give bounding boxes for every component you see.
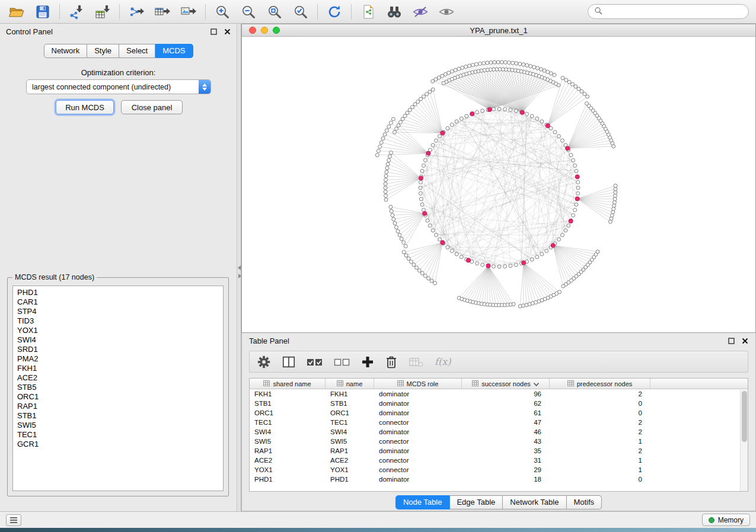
criterion-value: largest connected component (undirected): [27, 83, 199, 91]
mcds-result-item[interactable]: RAP1: [17, 402, 223, 411]
zoom-selected-button[interactable]: [291, 3, 310, 21]
close-panel-icon[interactable]: [224, 28, 231, 35]
search-box[interactable]: [588, 4, 749, 19]
tab-motifs[interactable]: Motifs: [566, 495, 602, 509]
select-all-columns-button[interactable]: [307, 355, 323, 369]
export-network-button[interactable]: [127, 3, 146, 21]
table-grid-icon: [337, 380, 343, 387]
zoom-in-button[interactable]: [213, 3, 232, 21]
column-header-label: shared name: [273, 380, 311, 387]
show-details-button[interactable]: [437, 3, 456, 21]
column-header-shared-name[interactable]: shared name: [250, 379, 326, 389]
open-file-button[interactable]: [7, 3, 26, 21]
maximize-window-icon[interactable]: [273, 27, 280, 34]
float-panel-icon[interactable]: [210, 28, 217, 35]
table-row[interactable]: ORC1ORC1dominator610: [250, 408, 748, 418]
table-row[interactable]: ACE2ACE2connector311: [250, 456, 748, 465]
mcds-result-title: MCDS result (17 nodes): [12, 273, 97, 281]
criterion-dropdown[interactable]: largest connected component (undirected): [26, 79, 211, 94]
column-header-label: name: [346, 380, 363, 387]
column-header-name[interactable]: name: [326, 379, 374, 389]
table-cell: 0: [550, 408, 650, 418]
mcds-result-item[interactable]: TID3: [17, 316, 223, 326]
tab-mcds[interactable]: MCDS: [155, 44, 193, 58]
vertical-splitter[interactable]: [237, 24, 241, 511]
network-titlebar[interactable]: YPA_prune.txt_1: [242, 24, 755, 37]
column-header-MCDS-role[interactable]: MCDS role: [374, 379, 462, 389]
table-row[interactable]: SWI5SWI5connector431: [250, 437, 748, 446]
table-row[interactable]: RAP1RAP1dominator352: [250, 446, 748, 456]
mcds-result-item[interactable]: SWI5: [17, 421, 223, 430]
close-table-panel-icon[interactable]: [742, 338, 748, 344]
table-cell: 47: [462, 418, 550, 427]
search-input[interactable]: [606, 8, 742, 16]
mcds-result-item[interactable]: FKH1: [17, 364, 223, 373]
memory-button[interactable]: Memory: [702, 514, 750, 526]
zoom-fit-button[interactable]: [265, 3, 284, 21]
mcds-result-item[interactable]: SRD1: [17, 345, 223, 354]
table-scrollbar[interactable]: [740, 390, 748, 491]
show-columns-button[interactable]: [282, 355, 296, 369]
mcds-result-item[interactable]: CAR1: [17, 297, 223, 307]
share-document-button[interactable]: [359, 3, 378, 21]
mcds-result-item[interactable]: YOX1: [17, 326, 223, 335]
mcds-result-item[interactable]: PHD1: [17, 288, 223, 297]
close-window-icon[interactable]: [249, 27, 256, 34]
deselect-all-columns-button[interactable]: [334, 355, 350, 369]
mcds-result-item[interactable]: SWI4: [17, 335, 223, 345]
tab-edge-table[interactable]: Edge Table: [449, 495, 503, 509]
status-bar: Memory: [0, 511, 756, 528]
table-row[interactable]: TEC1TEC1connector472: [250, 418, 748, 427]
table-row[interactable]: STB1STB1dominator620: [250, 399, 748, 408]
mcds-result-item[interactable]: ORC1: [17, 392, 223, 402]
mcds-result-item[interactable]: STB5: [17, 383, 223, 392]
hide-details-button[interactable]: [411, 3, 430, 21]
mcds-result-item[interactable]: STB1: [17, 411, 223, 421]
workspace: YPA_prune.txt_1 Table Panel: [241, 24, 756, 511]
delete-column-button[interactable]: [385, 355, 398, 369]
mcds-result-item[interactable]: TEC1: [17, 430, 223, 440]
column-header-predecessor-nodes[interactable]: predecessor nodes: [550, 379, 650, 389]
table-body: FKH1FKH1dominator962STB1STB1dominator620…: [250, 389, 748, 484]
table-row[interactable]: FKH1FKH1dominator962: [250, 389, 748, 399]
collapse-left-icon[interactable]: [238, 265, 241, 270]
function-builder-icon[interactable]: f(x): [435, 356, 451, 367]
tab-style[interactable]: Style: [87, 44, 119, 58]
zoom-out-icon: [241, 4, 256, 20]
column-header-successor-nodes[interactable]: successor nodes: [462, 379, 550, 389]
float-table-panel-icon[interactable]: [728, 338, 735, 344]
tab-select[interactable]: Select: [119, 44, 155, 58]
zoom-out-button[interactable]: [239, 3, 258, 21]
table-cell: STB1: [326, 399, 374, 408]
table-row[interactable]: SWI4SWI4dominator462: [250, 427, 748, 437]
table-row[interactable]: YOX1YOX1connector291: [250, 465, 748, 475]
status-menu-button[interactable]: [6, 514, 21, 526]
table-grid-icon: [567, 380, 574, 387]
table-grid-icon: [472, 380, 479, 387]
tab-node-table[interactable]: Node Table: [395, 495, 450, 509]
mcds-result-item[interactable]: STP4: [17, 307, 223, 316]
refresh-view-button[interactable]: [325, 3, 344, 21]
table-row[interactable]: PHD1PHD1dominator180: [250, 475, 748, 484]
tab-network[interactable]: Network: [43, 44, 87, 58]
tab-network-table[interactable]: Network Table: [503, 495, 566, 509]
minimize-window-icon[interactable]: [261, 27, 268, 34]
import-network-button[interactable]: [67, 3, 86, 21]
add-column-button[interactable]: [361, 355, 374, 368]
network-canvas[interactable]: [242, 37, 755, 332]
mcds-result-item[interactable]: PMA2: [17, 354, 223, 364]
search-network-button[interactable]: [385, 3, 404, 21]
table-settings-button[interactable]: [257, 355, 271, 369]
export-table-button[interactable]: [153, 3, 172, 21]
import-table-button[interactable]: [93, 3, 112, 21]
refresh-icon: [327, 4, 342, 20]
mcds-result-item[interactable]: GCR1: [17, 440, 223, 449]
export-image-button[interactable]: [179, 3, 198, 21]
scrollbar-thumb[interactable]: [742, 391, 747, 442]
mcds-result-item[interactable]: ACE2: [17, 373, 223, 383]
network-graph[interactable]: [242, 37, 755, 332]
table-panel: Table Panel: [241, 333, 756, 511]
save-session-button[interactable]: [33, 3, 52, 21]
close-panel-button[interactable]: Close panel: [121, 100, 183, 114]
run-mcds-button[interactable]: Run MCDS: [56, 100, 114, 114]
